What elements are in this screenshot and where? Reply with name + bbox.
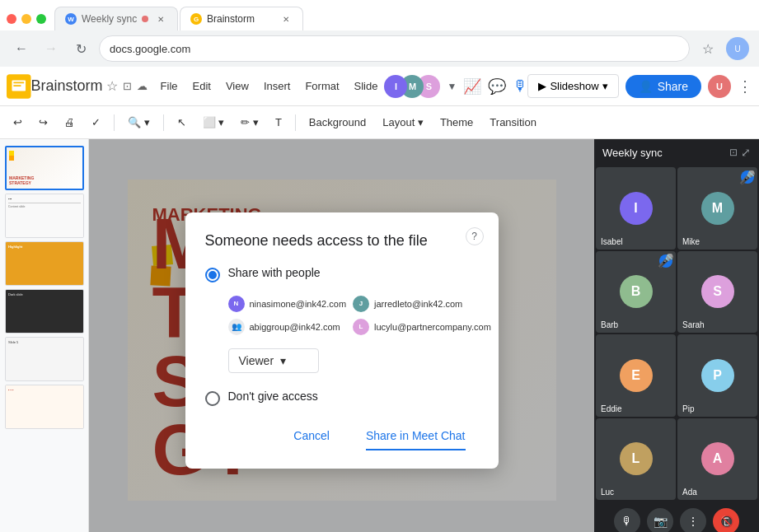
share-button[interactable]: 👤 Share xyxy=(625,75,701,98)
slide-thumb-6[interactable]: • • • xyxy=(5,385,84,429)
cancel-button[interactable]: Cancel xyxy=(280,422,343,449)
share-in-meet-chat-button[interactable]: Share in Meet Chat xyxy=(353,422,479,449)
viewer-dropdown[interactable]: Viewer ▾ xyxy=(228,348,319,373)
menu-file[interactable]: File xyxy=(154,77,185,96)
profile-avatar[interactable]: U xyxy=(726,37,749,60)
share-with-people-option[interactable]: Share with people xyxy=(205,266,479,282)
jarred-email: jarredleto@ink42.com xyxy=(374,299,462,309)
weekly-sync-favicon: W xyxy=(65,13,77,25)
chat-icon[interactable]: 💬 xyxy=(488,77,506,96)
isabel-name: Isabel xyxy=(601,237,623,246)
cloud-save-icon[interactable]: ☁ xyxy=(137,80,148,92)
mike-name: Mike xyxy=(682,237,700,246)
meet-controls-top: ⊡ ⤢ xyxy=(729,146,751,159)
tab-brainstorm[interactable]: G Brainstorm ✕ xyxy=(180,7,303,30)
brainstorm-favicon: G xyxy=(190,13,202,25)
menu-slide[interactable]: Slide xyxy=(348,77,385,96)
window-close-btn[interactable] xyxy=(7,14,16,24)
share-radio-btn[interactable] xyxy=(205,268,220,282)
tab-weekly-sync-label: Weekly sync xyxy=(82,13,137,25)
menu-bar: File Edit View Insert Format Slide xyxy=(154,77,385,96)
eddie-avatar: E xyxy=(620,359,653,392)
tab-weekly-sync[interactable]: W Weekly sync ✕ xyxy=(54,7,178,30)
barb-mic-icon: 🎤 xyxy=(659,254,672,268)
barb-avatar: B xyxy=(620,275,653,308)
window-min-btn[interactable] xyxy=(21,14,31,24)
toolbar-sep-1 xyxy=(114,114,115,131)
luc-avatar: L xyxy=(620,442,653,475)
browser-controls-bar: ← → ↻ docs.google.com ☆ U xyxy=(0,30,759,67)
toolbar-spellcheck[interactable]: ✓ xyxy=(85,113,107,132)
profile-initial: U xyxy=(734,44,740,54)
no-access-option[interactable]: Don't give access xyxy=(205,390,479,406)
meet-expand-btn[interactable]: ⤢ xyxy=(741,146,751,159)
share-label: Share xyxy=(658,80,688,93)
tab-weekly-sync-close[interactable]: ✕ xyxy=(154,12,167,26)
share-with-people-label: Share with people xyxy=(228,266,321,279)
tab-brainstorm-close[interactable]: ✕ xyxy=(279,12,293,26)
toolbar-background[interactable]: Background xyxy=(302,113,372,132)
slide-thumb-1[interactable]: MARKETINGSTRATEGY xyxy=(5,146,84,190)
slide-thumb-3[interactable]: Highlight xyxy=(5,241,84,286)
toolbar-transition[interactable]: Transition xyxy=(483,113,543,132)
meet-more-btn[interactable]: ⋮ xyxy=(680,508,706,532)
canvas-area: MARKETING MARKE- TING STRATE- GY Someone… xyxy=(89,139,594,532)
person-chip-abig: 👥 abiggroup@ink42.com xyxy=(228,319,347,335)
menu-insert[interactable]: Insert xyxy=(257,77,298,96)
toolbar-layout[interactable]: Layout ▾ xyxy=(376,113,430,132)
participants-more-icon[interactable]: ▼ xyxy=(447,81,457,92)
dialog-actions: Cancel Share in Meet Chat xyxy=(205,422,479,449)
no-access-radio-btn[interactable] xyxy=(205,391,220,406)
viewer-select: Viewer ▾ xyxy=(228,348,479,373)
toolbar-undo[interactable]: ↩ xyxy=(7,113,29,132)
meet-footer: 🎙 📷 ⋮ 📵 xyxy=(594,502,759,532)
star-icon[interactable]: ☆ xyxy=(106,78,118,94)
menu-view[interactable]: View xyxy=(219,77,255,96)
toolbar-cursor[interactable]: ↖ xyxy=(171,113,193,132)
slideshow-dropdown-icon: ▾ xyxy=(602,80,608,92)
window-max-btn[interactable] xyxy=(36,14,46,24)
meet-tile-isabel: I Isabel xyxy=(596,167,676,250)
history-icon[interactable]: ⊡ xyxy=(123,80,132,92)
main-area: MARKETINGSTRATEGY ••• Content slide High… xyxy=(0,139,759,532)
tab-recording-indicator xyxy=(142,16,148,22)
mic-icon[interactable]: 🎙 xyxy=(513,77,527,95)
toolbar-print[interactable]: 🖨 xyxy=(58,113,82,132)
toolbar: ↩ ↪ 🖨 ✓ 🔍 ▾ ↖ ⬜ ▾ ✏ ▾ T Background Layou… xyxy=(0,106,759,139)
meet-minimize-btn[interactable]: ⊡ xyxy=(729,146,738,159)
toolbar-shapes[interactable]: ⬜ ▾ xyxy=(196,113,232,132)
meet-end-call-btn[interactable]: 📵 xyxy=(713,508,739,532)
header-center: I M S ▼ 📈 💬 🎙 xyxy=(384,75,527,98)
svg-rect-2 xyxy=(13,82,24,83)
dialog-overlay: Someone needs access to the file ? Share… xyxy=(89,139,594,532)
back-button[interactable]: ← xyxy=(10,37,33,60)
meet-tile-pip: P Pip xyxy=(677,334,757,417)
slide-thumb-5[interactable]: Slide 5 xyxy=(5,337,84,381)
svg-rect-3 xyxy=(13,85,21,86)
toolbar-redo[interactable]: ↪ xyxy=(32,113,54,132)
forward-button[interactable]: → xyxy=(40,37,63,60)
reload-button[interactable]: ↻ xyxy=(69,37,92,60)
activity-icon[interactable]: 📈 xyxy=(463,77,481,96)
app-title: Brainstorm xyxy=(31,77,103,95)
abig-email: abiggroup@ink42.com xyxy=(250,322,340,332)
more-icon[interactable]: ⋮ xyxy=(738,77,752,96)
bookmark-icon[interactable]: ☆ xyxy=(696,37,719,60)
help-icon[interactable]: ? xyxy=(466,227,484,245)
meet-tile-mike: M 🎤 Mike xyxy=(677,167,757,250)
address-bar[interactable]: docs.google.com xyxy=(99,35,690,62)
ada-avatar: A xyxy=(701,442,734,475)
toolbar-theme[interactable]: Theme xyxy=(433,113,480,132)
menu-edit[interactable]: Edit xyxy=(186,77,218,96)
slide-thumb-4[interactable]: Dark slide xyxy=(5,289,84,334)
toolbar-zoom[interactable]: 🔍 ▾ xyxy=(121,113,157,132)
user-avatar[interactable]: U xyxy=(708,75,731,98)
slideshow-button[interactable]: ▶ Slideshow ▾ xyxy=(527,74,618,98)
toolbar-text[interactable]: T xyxy=(269,113,288,132)
toolbar-draw[interactable]: ✏ ▾ xyxy=(234,113,265,132)
menu-format[interactable]: Format xyxy=(298,77,345,96)
meet-mic-btn[interactable]: 🎙 xyxy=(614,508,640,532)
slide-thumb-2[interactable]: ••• Content slide xyxy=(5,194,84,238)
slides-panel: MARKETINGSTRATEGY ••• Content slide High… xyxy=(0,139,89,532)
meet-camera-btn[interactable]: 📷 xyxy=(647,508,673,532)
